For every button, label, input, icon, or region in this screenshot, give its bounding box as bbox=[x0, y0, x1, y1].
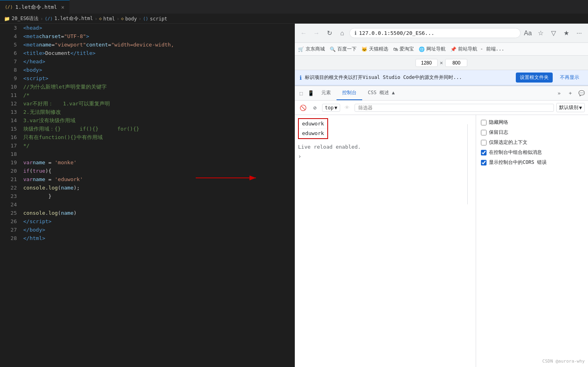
console-right-panel: eduwork eduwork bbox=[295, 115, 588, 367]
bc-label-1[interactable]: 20_ES6语法 bbox=[12, 15, 39, 22]
settings-button[interactable]: ··· bbox=[574, 28, 585, 39]
code-line bbox=[23, 200, 295, 209]
dropdown-arrow-icon: ▼ bbox=[335, 105, 337, 111]
bc-label-2[interactable]: 1.let命令.html bbox=[54, 15, 93, 22]
console-body: eduwork eduwork bbox=[295, 115, 476, 367]
bookmark-tianmao[interactable]: 🐱 天猫精选 bbox=[361, 46, 388, 52]
viewport-clear-icon[interactable]: ✕ bbox=[440, 60, 443, 66]
bookmark-jd[interactable]: 🛒 京东商城 bbox=[298, 46, 325, 52]
bc-label-5[interactable]: script bbox=[150, 16, 167, 22]
translate-button[interactable]: Aa bbox=[522, 28, 533, 39]
tab-console[interactable]: 控制台 bbox=[337, 86, 362, 100]
code-line: 块级作用域：{} if(){} for(){} bbox=[23, 125, 295, 133]
bookmark-icon: 🌐 bbox=[419, 46, 425, 52]
preserve-log-checkbox[interactable] bbox=[481, 130, 487, 135]
bookmark-icon: 📌 bbox=[450, 46, 456, 52]
code-line: //为什么新增let声明变量的关键字 bbox=[23, 83, 295, 91]
bc-sep-2: › bbox=[95, 16, 97, 22]
clear-console-button[interactable]: 🚫 bbox=[298, 103, 308, 113]
code-editor: 3 4 5 6 7 8 9 10 11 12 13 14 15 16 17 18… bbox=[0, 24, 295, 367]
console-prompt[interactable]: › bbox=[295, 151, 476, 161]
add-tab-icon[interactable]: + bbox=[566, 89, 575, 98]
reload-button[interactable]: ↻ bbox=[324, 28, 335, 39]
bookmark-icon: 🐱 bbox=[361, 46, 367, 52]
address-bar[interactable]: ℹ 127.0.0.1:5500/20_ES6... bbox=[349, 28, 521, 38]
more-tabs-icon[interactable]: » bbox=[554, 89, 564, 98]
context-dropdown[interactable]: top ▼ bbox=[322, 104, 340, 112]
bookmark-baidu[interactable]: 🔍 百度一下 bbox=[330, 46, 357, 52]
bookmarks-bar: 🛒 京东商城 🔍 百度一下 🐱 天猫精选 🛍 爱淘宝 🌐 网址导航 📌 bbox=[295, 43, 588, 56]
inspect-element-icon[interactable]: ⬚ bbox=[296, 89, 306, 98]
viewport-width-input[interactable] bbox=[416, 59, 438, 67]
code-line: <head> bbox=[23, 24, 295, 32]
checkbox-row-cors-errors: 显示控制台中的CORS 错误 bbox=[476, 157, 588, 167]
tab-css-overview[interactable]: CSS 概述 ▲ bbox=[362, 86, 400, 100]
console-livereload-msg: Live reload enabled. bbox=[295, 142, 476, 151]
code-line: console.log(name) bbox=[23, 209, 295, 217]
bc-label-3[interactable]: html bbox=[103, 16, 115, 22]
tab-html-icon: ⟨/⟩ bbox=[5, 4, 13, 10]
selected-context-checkbox[interactable] bbox=[481, 140, 487, 145]
preserve-log-label: 保留日志 bbox=[489, 129, 508, 136]
bookmark-icon: 🛍 bbox=[393, 46, 398, 52]
info-icon: ℹ bbox=[300, 75, 302, 81]
console-toolbar: 🚫 ⊘ top ▼ 👁 默认级别 ▼ bbox=[295, 101, 588, 115]
bc-sep-4: › bbox=[138, 16, 141, 22]
group-similar-checkbox[interactable] bbox=[481, 150, 487, 155]
read-mode-button[interactable]: ☆ bbox=[535, 28, 546, 39]
code-line: </body> bbox=[23, 226, 295, 234]
cors-errors-label: 显示控制台中的CORS 错误 bbox=[489, 159, 547, 166]
bc-item-1[interactable]: 📁 bbox=[4, 16, 10, 22]
address-text: 127.0.0.1:5500/20_ES6... bbox=[359, 30, 515, 36]
tab-bar: ⟨/⟩ 1.let命令.html × bbox=[0, 0, 588, 14]
console-output-group: eduwork eduwork bbox=[295, 115, 331, 142]
set-root-folder-button[interactable]: 设置根文件夹 bbox=[516, 73, 553, 83]
bookmark-taobao[interactable]: 🛍 爱淘宝 bbox=[393, 46, 414, 52]
code-line: 只有在function(){}中有作用域 bbox=[23, 133, 295, 141]
back-button[interactable]: ← bbox=[298, 28, 309, 39]
viewport-height-input[interactable] bbox=[445, 59, 467, 67]
bc-icon-5: ⟨⟩ bbox=[143, 16, 148, 21]
filter-button[interactable]: ⊘ bbox=[310, 103, 320, 113]
collections-button[interactable]: ▽ bbox=[548, 28, 559, 39]
lock-icon: ℹ bbox=[355, 30, 357, 36]
browser-toolbar: ← → ↻ ⌂ ℹ 127.0.0.1:5500/20_ES6... Aa ☆ … bbox=[295, 24, 588, 43]
hide-network-checkbox[interactable] bbox=[481, 120, 487, 125]
active-tab[interactable]: ⟨/⟩ 1.let命令.html × bbox=[0, 0, 70, 14]
browser-panel: ← → ↻ ⌂ ℹ 127.0.0.1:5500/20_ES6... Aa ☆ … bbox=[295, 24, 588, 367]
code-line: if(true){ bbox=[23, 167, 295, 175]
devtools-tab-bar: ⬚ 📱 元素 控制台 CSS 概述 ▲ » + 💬 bbox=[295, 86, 588, 101]
dismiss-info-button[interactable]: 不再显示 bbox=[556, 73, 583, 83]
code-content[interactable]: <head> <meta charset="UTF-8"> <meta name… bbox=[20, 24, 295, 367]
forward-button[interactable]: → bbox=[311, 28, 322, 39]
tab-label: 1.let命令.html bbox=[15, 4, 57, 11]
code-line: <meta charset="UTF-8"> bbox=[23, 32, 295, 40]
tab-elements[interactable]: 元素 bbox=[316, 86, 337, 100]
bc-label-4[interactable]: body bbox=[125, 16, 137, 22]
device-mode-icon[interactable]: 📱 bbox=[306, 89, 316, 98]
favorites-button[interactable]: ★ bbox=[561, 28, 572, 39]
eye-icon[interactable]: 👁 bbox=[343, 103, 352, 113]
console-output-panel: eduwork eduwork bbox=[295, 115, 476, 367]
bc-icon-2: ⟨/⟩ bbox=[45, 16, 53, 21]
group-similar-label: 在控制台中组合相似消息 bbox=[489, 149, 542, 156]
bookmark-qianzhan[interactable]: 📌 前站导航 - 前端... bbox=[450, 46, 504, 52]
cors-errors-checkbox[interactable] bbox=[481, 160, 487, 165]
tab-close-icon[interactable]: × bbox=[61, 4, 64, 10]
selected-context-label: 仅限选定的上下文 bbox=[489, 139, 527, 146]
bc-sep-1: › bbox=[40, 16, 43, 22]
divider bbox=[467, 124, 468, 204]
home-button[interactable]: ⌂ bbox=[337, 28, 348, 39]
bc-icon-3: ◇ bbox=[99, 16, 102, 21]
feedback-icon[interactable]: 💬 bbox=[577, 89, 586, 98]
bc-icon-4: ◇ bbox=[121, 16, 124, 21]
breadcrumb: 📁 20_ES6语法 › ⟨/⟩ 1.let命令.html › ◇ html ›… bbox=[0, 14, 588, 24]
bookmark-nav[interactable]: 🌐 网址导航 bbox=[419, 46, 446, 52]
filter-input[interactable] bbox=[355, 104, 554, 112]
line-numbers: 3 4 5 6 7 8 9 10 11 12 13 14 15 16 17 18… bbox=[0, 24, 20, 367]
code-line: </head> bbox=[23, 57, 295, 66]
code-line: </html> bbox=[23, 234, 295, 242]
bookmark-icon: 🔍 bbox=[330, 46, 336, 52]
code-line: } bbox=[23, 192, 295, 200]
level-dropdown[interactable]: 默认级别 ▼ bbox=[556, 103, 585, 112]
